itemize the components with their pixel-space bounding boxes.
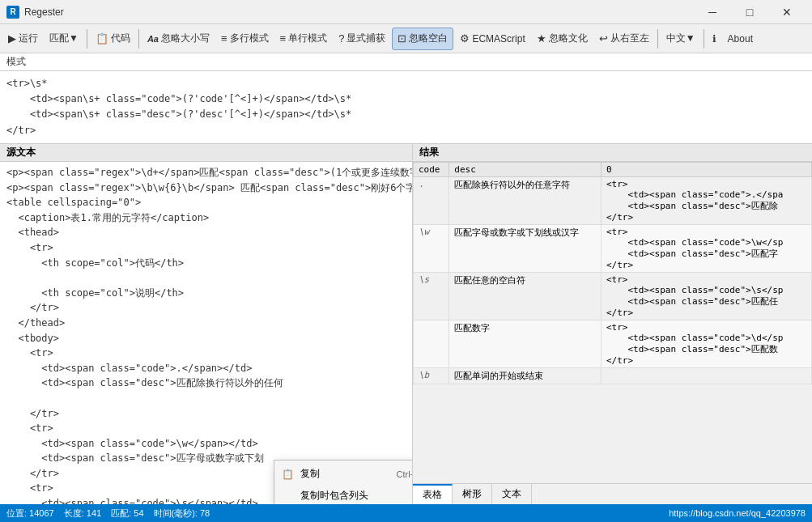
rtl-button[interactable]: ↩ 从右至左 <box>594 28 654 50</box>
run-label: 运行 <box>19 32 38 45</box>
info-icon: ℹ <box>712 33 716 45</box>
ecmascript-icon: ⚙ <box>460 32 470 45</box>
sep1 <box>87 29 87 49</box>
ignore-culture-button[interactable]: ★ 忽略文化 <box>532 28 593 50</box>
lang-button[interactable]: 中文▼ <box>661 28 700 50</box>
table-row: .匹配除换行符以外的任意字符<tr> <td><span class="code… <box>414 177 812 225</box>
table-cell: <tr> <td><span class="code">\s</sp <td><… <box>601 273 811 320</box>
table-cell: \s <box>414 273 449 320</box>
table-cell: 匹配数字 <box>449 320 602 368</box>
multiline-button[interactable]: ≡ 多行模式 <box>216 28 274 50</box>
table-row: \b匹配单词的开始或结束 <box>414 368 812 384</box>
lang-label: 中文▼ <box>666 32 695 45</box>
tab-tree-label: 树形 <box>462 487 482 501</box>
copy-label: 复制 <box>300 467 320 481</box>
context-copy[interactable]: 📋 复制 Ctrl+C <box>274 463 413 485</box>
multiline-label: 多行模式 <box>230 32 269 45</box>
mode-bar: 模式 <box>0 53 812 71</box>
match-button[interactable]: 匹配▼ <box>45 28 83 50</box>
source-line-22: <td><span class="code">\s</span></td> <box>6 498 258 504</box>
capture-icon: ? <box>338 32 344 45</box>
results-table-container[interactable]: code desc 0 .匹配除换行符以外的任意字符<tr> <td><span… <box>413 162 812 483</box>
copy-header-label: 复制时包含列头 <box>300 489 368 503</box>
source-line-11: <tbody> <box>6 333 59 344</box>
table-cell <box>414 320 449 368</box>
source-line-6: <th scope="col">代码</th> <box>6 257 184 269</box>
source-line-1: <p><span class="regex">\b\w{6}\b</span> … <box>6 182 412 193</box>
table-header-row: code desc 0 <box>414 163 812 177</box>
status-url: https://blog.csdn.net/qq_42203978 <box>669 508 806 518</box>
copy-icon: 📋 <box>281 468 294 481</box>
minimize-button[interactable]: ─ <box>694 0 731 24</box>
table-cell: 匹配单词的开始或结束 <box>449 368 602 384</box>
sep2 <box>138 29 139 49</box>
source-line-12: <tr> <box>6 347 53 359</box>
ignore-case-icon: Aa <box>147 34 159 44</box>
pattern-line-3: </tr> <box>6 125 36 136</box>
tab-table[interactable]: 表格 <box>413 484 453 504</box>
source-line-13: <td><span class="code">.</span></td> <box>6 363 252 374</box>
source-content[interactable]: <p><span class="regex">\d+</span>匹配<span… <box>0 162 412 504</box>
table-cell: 匹配任意的空白符 <box>449 273 602 320</box>
status-matches: 匹配: 54 <box>111 507 143 520</box>
table-cell: <tr> <td><span class="code">\w</sp <td><… <box>601 225 811 273</box>
tab-tree[interactable]: 树形 <box>453 484 492 504</box>
ignore-case-button[interactable]: Aa 忽略大小写 <box>142 28 215 50</box>
source-header: 源文本 <box>0 144 412 162</box>
pattern-line-2: <td><span\s+ class="desc">(?'desc'[^<]+)… <box>6 108 351 120</box>
code-button[interactable]: 📋 代码 <box>91 28 135 50</box>
results-header-label: 结果 <box>419 146 439 159</box>
pattern-line-0: <tr>\s* <box>6 78 48 89</box>
status-length: 长度: 141 <box>64 507 101 520</box>
source-line-8: <th scope="col">说明</th> <box>6 287 184 299</box>
close-button[interactable]: ✕ <box>768 0 806 24</box>
ignore-culture-icon: ★ <box>537 32 546 45</box>
mode-label: 模式 <box>6 55 26 69</box>
table-cell: \w <box>414 225 449 273</box>
rtl-label: 从右至左 <box>610 32 649 45</box>
source-line-4: <thead> <box>6 227 59 238</box>
tab-text[interactable]: 文本 <box>492 484 532 504</box>
singleline-button[interactable]: ≡ 单行模式 <box>275 28 333 50</box>
maximize-button[interactable]: □ <box>731 0 768 24</box>
source-header-label: 源文本 <box>6 146 36 159</box>
source-line-14: <td><span class="desc">匹配除换行符以外的任何 <box>6 377 283 388</box>
source-line-3: <caption>表1.常用的元字符</caption> <box>6 212 209 223</box>
about-button[interactable]: About <box>723 28 758 50</box>
table-row: \s匹配任意的空白符<tr> <td><span class="code">\s… <box>414 273 812 320</box>
source-panel: 源文本 <p><span class="regex">\d+</span>匹配<… <box>0 144 413 504</box>
app-icon: R <box>6 6 19 19</box>
copy-shortcut: Ctrl+C <box>397 469 413 479</box>
ecmascript-button[interactable]: ⚙ ECMAScript <box>455 28 529 50</box>
table-row: \w匹配字母或数字或下划线或汉字<tr> <td><span class="co… <box>414 225 812 273</box>
tab-table-label: 表格 <box>423 488 442 502</box>
source-line-15 <box>6 393 18 404</box>
info-button[interactable]: ℹ <box>708 28 721 50</box>
source-line-10: </thead> <box>6 317 65 329</box>
singleline-label: 单行模式 <box>288 32 327 45</box>
pattern-area[interactable]: <tr>\s* <td><span\s+ class="code">(?'cod… <box>0 71 812 144</box>
ignore-whitespace-label: 忽略空白 <box>409 32 448 45</box>
source-line-18: <td><span class="code">\w</span></td> <box>6 438 258 449</box>
status-time: 时间(毫秒): 78 <box>154 507 210 520</box>
code-icon: 📋 <box>96 32 108 45</box>
context-menu: 📋 复制 Ctrl+C 复制时包含列头 📄 导出 CSV 📄 导出 XLSX <box>274 460 413 504</box>
context-copy-header[interactable]: 复制时包含列头 <box>274 485 413 504</box>
source-line-17: <tr> <box>6 422 53 434</box>
table-cell: . <box>414 177 449 225</box>
ignore-whitespace-button[interactable]: ⊡ 忽略空白 <box>392 28 453 50</box>
sep4 <box>704 29 704 49</box>
capture-button[interactable]: ? 显式捕获 <box>334 28 390 50</box>
status-position: 位置: 14067 <box>6 507 54 520</box>
results-panel: 结果 code desc 0 .匹配除换行符以外的任意字符<tr> <td><s… <box>413 144 812 504</box>
source-line-0: <p><span class="regex">\d+</span>匹配<span… <box>6 167 412 178</box>
source-line-2: <table cellspacing="0"> <box>6 197 141 208</box>
rtl-icon: ↩ <box>599 32 608 45</box>
source-line-19: <td><span class="desc">匹字母或数字或下划 <box>6 452 264 464</box>
ecmascript-label: ECMAScript <box>472 33 525 45</box>
tab-bar: 表格 树形 文本 <box>413 483 812 504</box>
table-cell: \b <box>414 368 449 384</box>
pattern-line-1: <td><span\s+ class="code">(?'code'[^<]+)… <box>6 93 351 104</box>
run-button[interactable]: ▶ 运行 <box>3 28 43 50</box>
table-cell: <tr> <td><span class="code">.</spa <td><… <box>601 177 811 225</box>
